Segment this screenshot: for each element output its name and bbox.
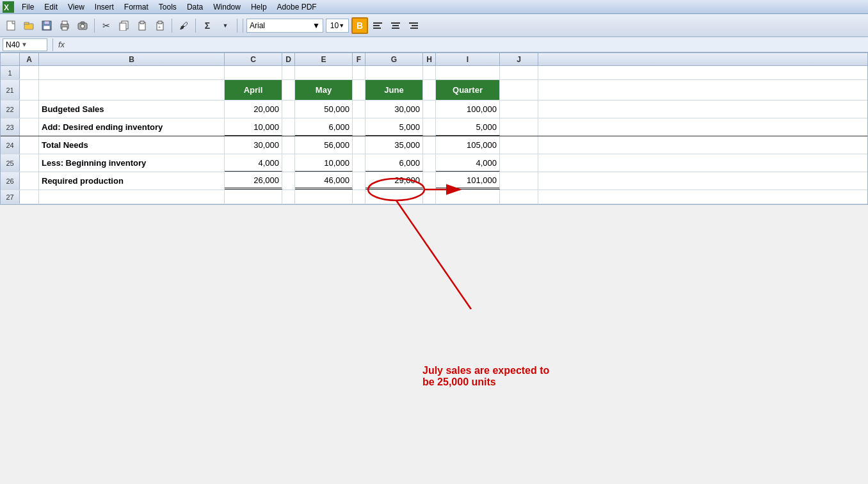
- autosum-dropdown[interactable]: ▼: [217, 17, 234, 34]
- cell-22b-label[interactable]: Budgeted Sales: [39, 101, 225, 118]
- cell-24a[interactable]: [20, 136, 39, 154]
- cell-1a[interactable]: [20, 66, 39, 79]
- cell-22d[interactable]: [282, 101, 295, 118]
- cell-21d[interactable]: [282, 80, 295, 100]
- cell-26e-may[interactable]: 46,000: [295, 172, 353, 190]
- cell-26a[interactable]: [20, 172, 39, 190]
- cell-24f[interactable]: [353, 136, 366, 154]
- cell-25b-label[interactable]: Less: Beginning inventory: [39, 154, 225, 172]
- cell-21j[interactable]: [500, 80, 538, 100]
- cell-22a[interactable]: [20, 101, 39, 118]
- cell-27b[interactable]: [39, 190, 225, 204]
- cell-25g-june[interactable]: 6,000: [366, 154, 423, 172]
- cell-1c[interactable]: [225, 66, 282, 79]
- cut-button[interactable]: ✂: [98, 17, 115, 34]
- col-header-j[interactable]: J: [500, 53, 538, 65]
- cell-1i[interactable]: [436, 66, 500, 79]
- cell-25e-may[interactable]: 10,000: [295, 154, 353, 172]
- cell-21g-june[interactable]: June: [366, 80, 423, 100]
- col-header-f[interactable]: F: [353, 53, 366, 65]
- cell-21b[interactable]: [39, 80, 225, 100]
- paste-button[interactable]: [134, 17, 150, 34]
- col-header-d[interactable]: D: [282, 53, 295, 65]
- bold-button[interactable]: B: [351, 17, 368, 34]
- align-center-button[interactable]: [387, 17, 404, 34]
- col-header-b[interactable]: B: [39, 53, 225, 65]
- cell-25h[interactable]: [423, 154, 436, 172]
- font-size-selector[interactable]: 10 ▼: [326, 19, 349, 33]
- cell-26j[interactable]: [500, 172, 538, 190]
- cell-25f[interactable]: [353, 154, 366, 172]
- camera-button[interactable]: [74, 17, 91, 34]
- cell-26b-label[interactable]: Required production: [39, 172, 225, 190]
- cell-1g[interactable]: [366, 66, 423, 79]
- cell-23e-may[interactable]: 6,000: [295, 118, 353, 136]
- cell-25a[interactable]: [20, 154, 39, 172]
- menu-format[interactable]: Format: [119, 1, 154, 13]
- cell-1h[interactable]: [423, 66, 436, 79]
- cell-24g-june[interactable]: 35,000: [366, 136, 423, 154]
- cell-27f[interactable]: [353, 190, 366, 204]
- cell-1j[interactable]: [500, 66, 538, 79]
- cell-24d[interactable]: [282, 136, 295, 154]
- cell-22g-june[interactable]: 30,000: [366, 101, 423, 118]
- menu-insert[interactable]: Insert: [90, 1, 119, 13]
- cell-21a[interactable]: [20, 80, 39, 100]
- cell-27c[interactable]: [225, 190, 282, 204]
- cell-23d[interactable]: [282, 118, 295, 136]
- menu-edit[interactable]: Edit: [39, 1, 63, 13]
- cell-21c-april[interactable]: April: [225, 80, 282, 100]
- open-button[interactable]: [20, 17, 37, 34]
- cell-24b-label[interactable]: Total Needs: [39, 136, 225, 154]
- menu-window[interactable]: Window: [208, 1, 246, 13]
- cell-24j[interactable]: [500, 136, 538, 154]
- cell-23g-june[interactable]: 5,000: [366, 118, 423, 136]
- cell-24h[interactable]: [423, 136, 436, 154]
- cell-23a[interactable]: [20, 118, 39, 136]
- col-header-a[interactable]: A: [20, 53, 39, 65]
- cell-24i-quarter[interactable]: 105,000: [436, 136, 500, 154]
- cell-25d[interactable]: [282, 154, 295, 172]
- cell-26g-june[interactable]: 29,000: [366, 172, 423, 190]
- cell-23c-april[interactable]: 10,000: [225, 118, 282, 136]
- cell-23i-quarter[interactable]: 5,000: [436, 118, 500, 136]
- cell-1b[interactable]: [39, 66, 225, 79]
- cell-1d[interactable]: [282, 66, 295, 79]
- cell-27a[interactable]: [20, 190, 39, 204]
- cell-23h[interactable]: [423, 118, 436, 136]
- cell-26f[interactable]: [353, 172, 366, 190]
- menu-view[interactable]: View: [63, 1, 90, 13]
- cell-1e[interactable]: [295, 66, 353, 79]
- cell-26c-april[interactable]: 26,000: [225, 172, 282, 190]
- cell-24c-april[interactable]: 30,000: [225, 136, 282, 154]
- cell-25j[interactable]: [500, 154, 538, 172]
- cell-22j[interactable]: [500, 101, 538, 118]
- col-header-i[interactable]: I: [436, 53, 500, 65]
- print-button[interactable]: [56, 17, 73, 34]
- paintbrush-button[interactable]: 🖌: [175, 17, 192, 34]
- cell-reference-box[interactable]: N40 ▼: [3, 38, 47, 51]
- cell-21f[interactable]: [353, 80, 366, 100]
- cell-21h[interactable]: [423, 80, 436, 100]
- cell-22f[interactable]: [353, 101, 366, 118]
- cell-25c-april[interactable]: 4,000: [225, 154, 282, 172]
- col-header-c[interactable]: C: [225, 53, 282, 65]
- cell-27j[interactable]: [500, 190, 538, 204]
- cell-25i-quarter[interactable]: 4,000: [436, 154, 500, 172]
- menu-adobe-pdf[interactable]: Adobe PDF: [272, 1, 322, 13]
- font-selector[interactable]: Arial ▼: [246, 19, 323, 33]
- cell-26i-quarter[interactable]: 101,000: [436, 172, 500, 190]
- cell-26d[interactable]: [282, 172, 295, 190]
- cell-21e-may[interactable]: May: [295, 80, 353, 100]
- col-header-h[interactable]: H: [423, 53, 436, 65]
- cell-22h[interactable]: [423, 101, 436, 118]
- align-right-button[interactable]: [405, 17, 422, 34]
- cell-27h[interactable]: [423, 190, 436, 204]
- cell-21i-quarter[interactable]: Quarter: [436, 80, 500, 100]
- col-header-e[interactable]: E: [295, 53, 353, 65]
- menu-file[interactable]: File: [17, 1, 39, 13]
- cell-23j[interactable]: [500, 118, 538, 136]
- cell-27g[interactable]: [366, 190, 423, 204]
- cell-27d[interactable]: [282, 190, 295, 204]
- save-button[interactable]: [38, 17, 55, 34]
